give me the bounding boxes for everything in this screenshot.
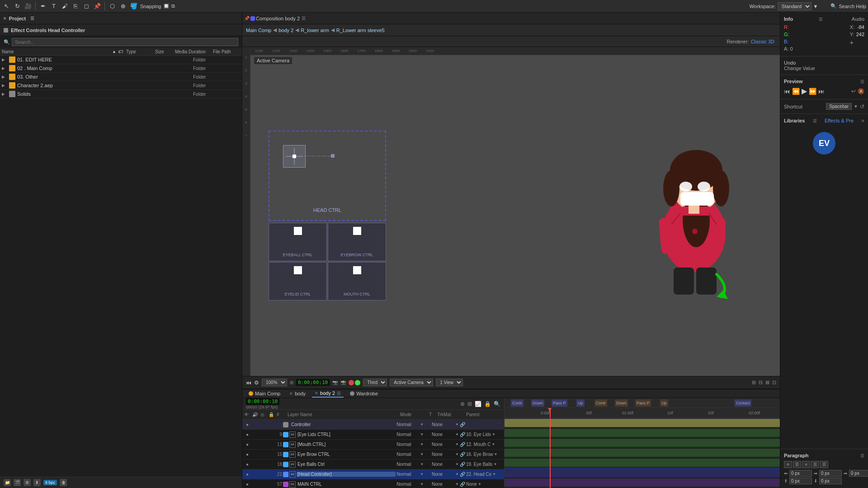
playback-options-icon[interactable]: ⚙ xyxy=(254,380,259,386)
head-ctrl-cross[interactable] xyxy=(283,145,306,168)
comp-tab-menu[interactable]: ☰ xyxy=(302,16,306,21)
eyelid-ctrl-handle[interactable] xyxy=(294,266,302,274)
indent-left-input[interactable] xyxy=(789,470,812,477)
eraser-tool-icon[interactable]: ◻ xyxy=(82,2,91,11)
quality-select[interactable]: Third xyxy=(363,379,387,386)
paragraph-menu-icon[interactable]: ☰ xyxy=(860,453,864,458)
playback-start-icon[interactable]: ⏮ xyxy=(246,380,251,386)
layer-lock-icon[interactable]: 🔒 xyxy=(484,401,491,407)
expand-arrow-04[interactable]: ▶ xyxy=(2,83,7,88)
layer-parent-arrow-9[interactable]: ▼ xyxy=(492,432,495,436)
snapshot-icon[interactable]: 📸 xyxy=(340,380,346,385)
expand-arrow-01[interactable]: ▶ xyxy=(2,57,7,62)
prev-play-btn[interactable]: ▶ xyxy=(802,87,807,95)
layer-trkmat-arrow-1[interactable]: ▼ xyxy=(455,422,459,427)
eyeball-ctrl-handle[interactable] xyxy=(294,227,302,235)
layer-flow-icon[interactable]: ⊞ xyxy=(467,401,472,407)
layer-trkmat-arrow-9[interactable]: ▼ xyxy=(455,432,459,436)
project-search[interactable]: 🔍 xyxy=(0,36,242,48)
comp-tab-menu-body2[interactable]: ☰ xyxy=(337,391,341,396)
layer-link-icon-18[interactable]: 🔗 xyxy=(460,462,465,467)
layer-link-icon-9[interactable]: 🔗 xyxy=(460,432,465,437)
eyebrow-ctrl-handle[interactable] xyxy=(353,227,361,235)
layer-link-icon-57[interactable]: 🔗 xyxy=(460,482,465,487)
layer-vis-btn-11[interactable]: ● xyxy=(244,441,250,448)
libraries-expand-icon[interactable]: » xyxy=(861,117,864,124)
align-center-btn[interactable]: ☰ xyxy=(793,461,801,468)
null-tool-icon[interactable]: ⊕ xyxy=(118,2,127,11)
layer-row[interactable]: ● 11 ## [Mouth CTRL] Normal ▼ None ▼ 🔗 xyxy=(242,440,504,450)
align-justify-btn[interactable]: ☰ xyxy=(811,461,819,468)
camera-tool-icon[interactable]: 🎥 xyxy=(24,2,33,11)
view-select[interactable]: 1 View xyxy=(436,379,463,386)
layer-parent-arrow-15[interactable]: ▼ xyxy=(494,452,497,456)
layer-vis-btn-1[interactable]: ● xyxy=(244,422,250,428)
clone-tool-icon[interactable]: ⎘ xyxy=(71,2,80,11)
space-before-input[interactable] xyxy=(789,478,812,484)
breadcrumb-body2[interactable]: body 2 xyxy=(278,28,293,33)
undo-label[interactable]: Undo xyxy=(784,60,796,66)
layer-trkmat-arrow-18[interactable]: ▼ xyxy=(455,462,459,466)
mouth-ctrl-cell[interactable]: MOUTH CTRL xyxy=(328,262,386,300)
audio-tab[interactable]: Audio xyxy=(852,16,864,22)
zoom-select[interactable]: 100% xyxy=(262,379,287,386)
layer-vis-btn-9[interactable]: ● xyxy=(244,432,250,438)
trash-icon[interactable]: 🗑 xyxy=(60,479,67,486)
select-tool-icon[interactable]: ↖ xyxy=(2,2,11,11)
layer-mode-arrow-15[interactable]: ▼ xyxy=(420,452,424,456)
loop-icon[interactable]: ↩ xyxy=(851,88,856,94)
layer-parent-arrow-57[interactable]: ▼ xyxy=(478,482,481,486)
eyebrow-ctrl-cell[interactable]: EYEBROW CTRL xyxy=(328,223,386,261)
layer-parent-arrow-11[interactable]: ▼ xyxy=(491,442,495,446)
prev-fwd-btn[interactable]: ⏩ xyxy=(809,88,816,95)
mute-icon[interactable]: 🔕 xyxy=(858,88,864,94)
time-scrubber[interactable]: 0:00f 20f 01:00f 10f 20f 02:00f xyxy=(505,408,780,418)
layer-trkmat-arrow-15[interactable]: ▼ xyxy=(455,452,459,456)
fill-tool-icon[interactable]: 🪣 xyxy=(129,2,138,11)
layer-trkmat-arrow-21[interactable]: ▼ xyxy=(455,472,459,476)
space-after-input[interactable] xyxy=(819,478,842,484)
snapping-icon[interactable]: 🔲 xyxy=(163,3,170,9)
breadcrumb-maincomp[interactable]: Main Comp xyxy=(246,28,271,33)
breadcrumb-sleeve[interactable]: R_Lower arm sleeve5 xyxy=(336,28,385,33)
layer-parent-arrow-18[interactable]: ▼ xyxy=(493,462,497,466)
layer-trkmat-arrow-57[interactable]: ▼ xyxy=(455,482,459,486)
info-menu-icon[interactable]: ☰ xyxy=(819,17,823,22)
rotation-tool-icon[interactable]: ↻ xyxy=(13,2,22,11)
layer-mode-arrow-21[interactable]: ▼ xyxy=(420,472,424,476)
layer-mode-arrow-11[interactable]: ▼ xyxy=(420,442,424,446)
new-folder-icon[interactable]: 📁 xyxy=(4,479,11,486)
layout-icon-4[interactable]: ⊡ xyxy=(772,380,776,385)
layer-link-icon-1[interactable]: 🔗 xyxy=(460,422,465,427)
layer-link-icon-15[interactable]: 🔗 xyxy=(460,452,465,457)
comp-tab-body2[interactable]: ✕ body 2 ☰ xyxy=(312,389,344,398)
libraries-menu-icon[interactable]: ☰ xyxy=(813,118,817,123)
prev-last-btn[interactable]: ⏭ xyxy=(818,88,825,95)
effects-tab[interactable]: Effects & Pre xyxy=(825,118,854,123)
comp-tab-close-body2[interactable]: ✕ xyxy=(315,391,318,395)
workspace-icon[interactable]: ▼ xyxy=(813,4,818,9)
comp-tab-main-comp[interactable]: Main Comp xyxy=(246,390,283,397)
sort-icon[interactable]: ▲ xyxy=(112,49,116,54)
settings-icon[interactable]: ⚙ xyxy=(24,479,31,486)
list-item[interactable]: ▶ 02 . Main Comp Folder xyxy=(0,64,242,73)
layout-icon-1[interactable]: ⊞ xyxy=(752,380,756,385)
indent-first-input[interactable] xyxy=(849,470,868,477)
layer-vis-btn-15[interactable]: ● xyxy=(244,451,250,458)
renderer-value[interactable]: Classic 3D xyxy=(750,39,774,44)
eyelid-ctrl-cell[interactable]: EYELID CTRL xyxy=(269,262,327,300)
justify-all-btn[interactable]: ☰ xyxy=(820,461,828,468)
align-right-btn[interactable]: ≡ xyxy=(802,461,810,468)
list-item[interactable]: ▶ 01. EDIT HERE Folder xyxy=(0,56,242,64)
import-icon[interactable]: ⬇ xyxy=(33,479,41,486)
layer-row[interactable]: ● 15 ## Eye Brow CTRL Normal ▼ None ▼ � xyxy=(242,450,504,460)
layer-solo-icon[interactable]: ⊕ xyxy=(460,401,465,407)
mouth-ctrl-handle[interactable] xyxy=(353,266,361,274)
layer-row[interactable]: ● 9 ## [Eye Lids CTRL] Normal ▼ None ▼ xyxy=(242,430,504,440)
comp-tab-close-body[interactable]: ✕ xyxy=(289,391,293,396)
comp-tab-active[interactable]: Composition body 2 xyxy=(256,16,300,21)
layer-row[interactable]: ● 18 ## Eye Balls Ctrl Normal ▼ None ▼ xyxy=(242,460,504,469)
layer-row[interactable]: ● 57 ## MAIN CTRL Normal ▼ None ▼ 🔗 xyxy=(242,479,504,488)
prev-first-btn[interactable]: ⏮ xyxy=(784,88,790,95)
search-input[interactable] xyxy=(12,38,238,46)
